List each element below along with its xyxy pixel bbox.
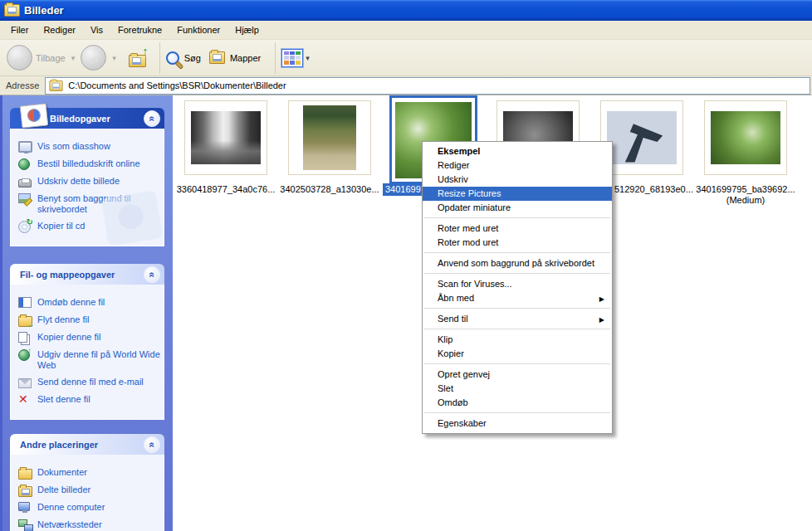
views-button[interactable]: ▾ xyxy=(281,49,312,67)
task-pane: Billedopgaver « Vis som diasshow Bestil … xyxy=(0,95,173,531)
menu-item-aabn-med[interactable]: Åbn med ▶ xyxy=(423,291,612,305)
collapse-chevron-icon[interactable]: « xyxy=(144,266,160,283)
menu-item-udskriv[interactable]: Udskriv xyxy=(423,173,612,187)
title-bar: Billeder xyxy=(0,0,812,21)
search-button[interactable]: Søg xyxy=(166,51,201,65)
forward-dropdown-icon[interactable]: ▾ xyxy=(112,54,116,62)
file-label[interactable]: 3360418977_34a0c76... xyxy=(174,184,277,195)
menu-item-send-til[interactable]: Send til ▶ xyxy=(423,312,612,326)
context-menu: Eksempel Rediger Udskriv Resize Pictures… xyxy=(422,141,613,434)
back-icon: ← xyxy=(7,45,32,71)
photo-preview xyxy=(711,111,780,164)
address-input[interactable]: C:\Documents and Settings\BSR\Dokumenter… xyxy=(45,77,810,95)
copy-to-cd-icon: ↻ xyxy=(18,221,31,233)
forward-button[interactable]: → ▾ xyxy=(81,45,119,71)
toolbar: ← Tilbage ▾ → ▾ ↑ Søg Mapper ▾ xyxy=(0,40,812,76)
menu-item-rediger[interactable]: Rediger xyxy=(423,158,612,173)
sidebar-item-denne-computer[interactable]: Denne computer xyxy=(18,502,160,514)
back-label: Tilbage xyxy=(36,53,66,63)
menu-hjaelp[interactable]: Hjælp xyxy=(227,22,267,38)
panel-header-andre-placeringer[interactable]: Andre placeringer « xyxy=(10,434,164,455)
collapse-chevron-icon[interactable]: « xyxy=(144,436,160,453)
sidebar-item-send-fil-email[interactable]: Send denne fil med e-mail xyxy=(18,377,160,388)
panel-fil-og-mappeopgaver: Fil- og mappeopgaver « Omdøb denne fil →… xyxy=(10,264,164,420)
panel-title: Billedopgaver xyxy=(50,114,110,124)
sidebar-item-vis-som-diasshow[interactable]: Vis som diasshow xyxy=(18,141,160,153)
panel-header-filopgaver[interactable]: Fil- og mappeopgaver « xyxy=(10,264,164,285)
folders-button[interactable]: Mapper xyxy=(209,51,261,64)
forward-icon: → xyxy=(81,45,106,71)
sidebar-item-slet-fil[interactable]: ✕ Slet denne fil xyxy=(18,394,160,406)
online-prints-icon xyxy=(18,158,30,170)
panel-title: Fil- og mappeopgaver xyxy=(20,270,115,280)
sidebar-item-flyt-fil[interactable]: → Flyt denne fil xyxy=(18,314,160,326)
up-button[interactable]: ↑ xyxy=(127,47,149,69)
menu-item-opret-genvej[interactable]: Opret genvej xyxy=(423,368,612,382)
photo-preview xyxy=(607,111,677,164)
sidebar-item-netvaerkssteder[interactable]: Netværkssteder xyxy=(18,519,160,531)
menu-vis[interactable]: Vis xyxy=(83,22,110,38)
menu-foretrukne[interactable]: Foretrukne xyxy=(110,22,169,38)
slideshow-icon xyxy=(18,141,32,153)
email-icon xyxy=(18,378,32,388)
menu-item-resize-pictures[interactable]: Resize Pictures xyxy=(423,187,612,201)
up-arrow-icon: ↑ xyxy=(142,44,149,58)
address-label: Adresse xyxy=(6,80,39,90)
photo-preview xyxy=(303,105,356,170)
explorer-window: Billeder Filer Rediger Vis Foretrukne Fu… xyxy=(0,0,812,531)
panel-title: Andre placeringer xyxy=(20,440,98,450)
menu-bar: Filer Rediger Vis Foretrukne Funktioner … xyxy=(0,21,812,40)
sidebar-item-omdoeb-fil[interactable]: Omdøb denne fil xyxy=(18,297,160,309)
menu-item-eksempel[interactable]: Eksempel xyxy=(423,144,612,158)
sidebar-item-udgiv-fil-web[interactable]: ↑ Udgiv denne fil på World Wide Web xyxy=(18,349,160,371)
menu-item-omdoeb[interactable]: Omdøb xyxy=(423,396,612,410)
menu-item-scan-for-viruses[interactable]: Scan for Viruses... xyxy=(423,277,612,291)
file-label[interactable]: 512920_68193e0... xyxy=(614,184,693,195)
menu-item-slet[interactable]: Slet xyxy=(423,382,612,396)
picture-watermark-icon xyxy=(101,190,163,246)
collapse-chevron-icon[interactable]: « xyxy=(144,110,160,127)
panel-andre-placeringer: Andre placeringer « Dokumenter Delte bil… xyxy=(10,434,164,531)
publish-web-icon: ↑ xyxy=(18,349,30,361)
menu-item-opdater-miniature[interactable]: Opdater miniature xyxy=(423,201,612,215)
submenu-arrow-icon: ▶ xyxy=(599,292,604,306)
menu-separator xyxy=(424,217,610,218)
file-label[interactable]: 3401699795_ba39692... (Medium) xyxy=(694,184,797,206)
views-dropdown-icon[interactable]: ▾ xyxy=(306,54,310,62)
sidebar-item-delte-billeder[interactable]: Delte billeder xyxy=(18,485,160,496)
toolbar-separator xyxy=(275,42,276,74)
sidebar-item-kopier-fil[interactable]: Kopier denne fil xyxy=(18,332,160,343)
address-folder-icon xyxy=(50,80,63,91)
computer-icon xyxy=(18,502,30,511)
thumbnail-alley-photo[interactable] xyxy=(184,100,267,175)
menu-item-roter-mod-uret[interactable]: Roter mod uret xyxy=(423,236,612,250)
sidebar-item-bestil-billedudskrift[interactable]: Bestil billedudskrift online xyxy=(18,158,160,170)
menu-item-egenskaber[interactable]: Egenskaber xyxy=(423,417,612,431)
copy-file-icon xyxy=(18,332,27,343)
back-dropdown-icon[interactable]: ▾ xyxy=(71,54,76,62)
menu-filer[interactable]: Filer xyxy=(3,22,36,38)
menu-funktioner[interactable]: Funktioner xyxy=(169,22,227,38)
shared-pictures-icon xyxy=(18,486,32,497)
folder-icon xyxy=(18,469,32,480)
address-path: C:\Documents and Settings\BSR\Dokumenter… xyxy=(68,80,286,90)
thumbnail-street-sign-photo[interactable] xyxy=(600,100,683,175)
menu-item-klip[interactable]: Klip xyxy=(423,333,612,347)
file-label[interactable]: 3402503728_a13030e... xyxy=(278,184,381,195)
sidebar-item-dokumenter[interactable]: Dokumenter xyxy=(18,467,160,479)
thumbnail-leaves-medium-photo[interactable] xyxy=(704,100,787,175)
network-icon xyxy=(18,519,27,527)
menu-item-anvend-som-baggrund[interactable]: Anvend som baggrund på skrivebordet xyxy=(423,256,612,270)
menu-item-roter-med-uret[interactable]: Roter med uret xyxy=(423,222,612,236)
search-icon xyxy=(166,51,179,65)
menu-rediger[interactable]: Rediger xyxy=(36,22,83,38)
thumbnail-moss-wall-photo[interactable] xyxy=(288,100,371,175)
menu-separator xyxy=(424,308,610,309)
views-icon xyxy=(281,49,303,67)
back-button[interactable]: ← Tilbage ▾ xyxy=(7,45,77,71)
menu-separator xyxy=(424,252,610,253)
menu-separator xyxy=(424,363,610,364)
menu-item-kopier[interactable]: Kopier xyxy=(423,347,612,361)
sidebar-item-udskriv-billede[interactable]: Udskriv dette billede xyxy=(18,176,160,188)
print-icon xyxy=(18,179,32,188)
